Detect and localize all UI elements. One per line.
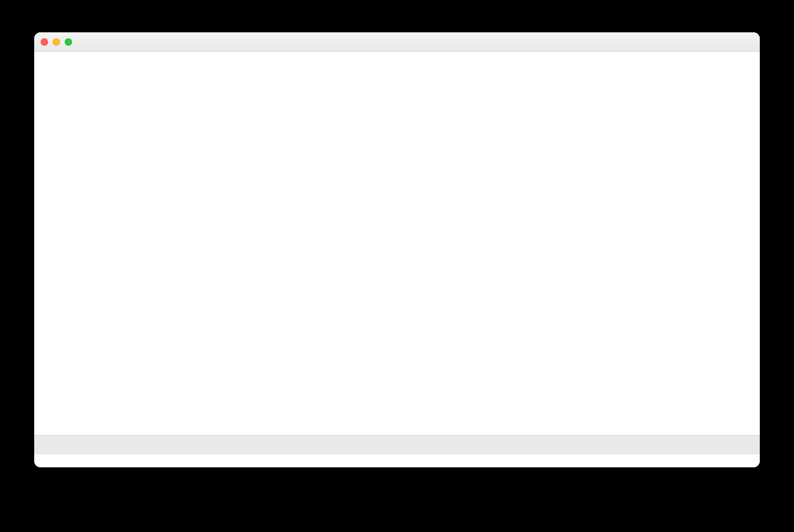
- app-window: [34, 32, 760, 467]
- minimize-icon[interactable]: [53, 38, 60, 46]
- dired-buffer[interactable]: [34, 52, 760, 435]
- traffic-lights: [41, 38, 72, 46]
- zoom-icon[interactable]: [65, 38, 72, 46]
- modeline: [34, 435, 760, 454]
- close-icon[interactable]: [41, 38, 48, 46]
- minibuffer[interactable]: [34, 454, 760, 467]
- titlebar[interactable]: [34, 32, 760, 52]
- fringe: [34, 52, 45, 435]
